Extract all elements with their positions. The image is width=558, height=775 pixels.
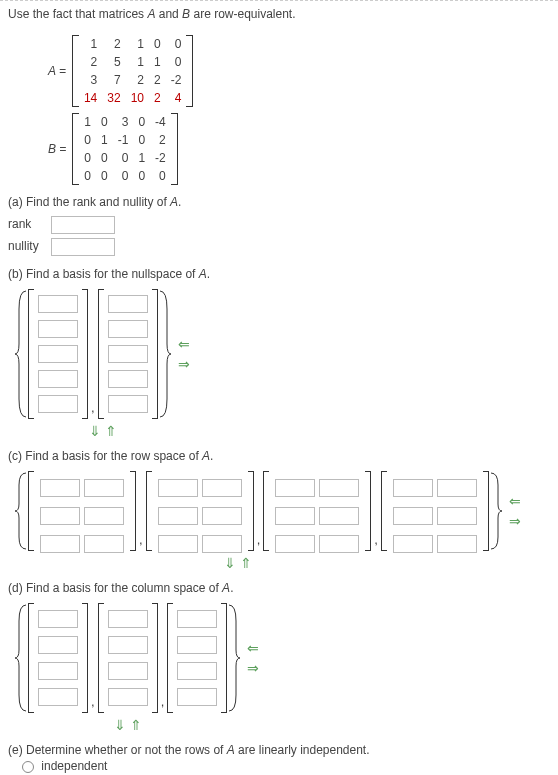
rowspace-vector-1 — [28, 471, 136, 551]
col-arrows-icon[interactable]: ⇐⇒ — [172, 289, 190, 419]
cs-v1-c2[interactable] — [38, 636, 78, 654]
rs-v2-c5[interactable] — [158, 535, 198, 553]
part-b: (b) Find a basis for the nullspace of A.… — [8, 267, 550, 439]
cs-v2-c3[interactable] — [108, 662, 148, 680]
rowspace-vector-3 — [263, 471, 371, 551]
brace-left-icon — [14, 603, 28, 713]
ns-v2-c4[interactable] — [108, 370, 148, 388]
rs-v2-c2[interactable] — [202, 479, 242, 497]
ns-v2-c3[interactable] — [108, 345, 148, 363]
rs-v1-c2[interactable] — [84, 479, 124, 497]
row-arrows-icon[interactable]: ⇓ ⇑ — [8, 423, 198, 439]
colspace-vector-2 — [98, 603, 158, 713]
rs-v4-c4[interactable] — [437, 507, 477, 525]
cs-v2-c2[interactable] — [108, 636, 148, 654]
rs-v3-c6[interactable] — [319, 535, 359, 553]
ns-v1-c4[interactable] — [38, 370, 78, 388]
ns-v1-c3[interactable] — [38, 345, 78, 363]
rs-v2-c4[interactable] — [202, 507, 242, 525]
rs-v4-c1[interactable] — [393, 479, 433, 497]
cs-v3-c2[interactable] — [177, 636, 217, 654]
rs-v4-c2[interactable] — [437, 479, 477, 497]
cs-v2-c4[interactable] — [108, 688, 148, 706]
brace-right-icon — [489, 471, 503, 551]
nullity-label: nullity — [8, 235, 48, 257]
brace-left-icon — [14, 471, 28, 551]
rs-v1-c3[interactable] — [40, 507, 80, 525]
independent-label: independent — [41, 759, 107, 773]
cs-v1-c3[interactable] — [38, 662, 78, 680]
rs-v3-c2[interactable] — [319, 479, 359, 497]
rank-label: rank — [8, 213, 48, 235]
cs-v3-c3[interactable] — [177, 662, 217, 680]
ns-v2-c1[interactable] — [108, 295, 148, 313]
brace-right-icon — [227, 603, 241, 713]
rs-v3-c5[interactable] — [275, 535, 315, 553]
ns-v2-c2[interactable] — [108, 320, 148, 338]
cs-v3-c4[interactable] — [177, 688, 217, 706]
matrix-B: B = 1030-4 01-102 0001-2 00000 — [48, 113, 550, 185]
col-arrows-icon[interactable]: ⇐⇒ — [503, 471, 521, 551]
rs-v1-c4[interactable] — [84, 507, 124, 525]
nullity-input[interactable] — [51, 238, 115, 256]
row-arrows-icon[interactable]: ⇓ ⇑ — [8, 717, 248, 733]
ns-v1-c5[interactable] — [38, 395, 78, 413]
brace-right-icon — [158, 289, 172, 419]
rs-v3-c4[interactable] — [319, 507, 359, 525]
col-arrows-icon[interactable]: ⇐⇒ — [241, 603, 259, 713]
part-c: (c) Find a basis for the row space of A.… — [8, 449, 550, 571]
nullspace-vector-2 — [98, 289, 158, 419]
cs-v2-c1[interactable] — [108, 610, 148, 628]
ns-v1-c1[interactable] — [38, 295, 78, 313]
rs-v1-c6[interactable] — [84, 535, 124, 553]
rs-v2-c6[interactable] — [202, 535, 242, 553]
rs-v3-c1[interactable] — [275, 479, 315, 497]
ns-v1-c2[interactable] — [38, 320, 78, 338]
rs-v1-c1[interactable] — [40, 479, 80, 497]
nullspace-vector-1 — [28, 289, 88, 419]
ns-v2-c5[interactable] — [108, 395, 148, 413]
cs-v1-c4[interactable] — [38, 688, 78, 706]
brace-left-icon — [14, 289, 28, 419]
rs-v2-c3[interactable] — [158, 507, 198, 525]
rs-v4-c5[interactable] — [393, 535, 433, 553]
radio-independent[interactable] — [22, 761, 34, 773]
intro-text: Use the fact that matrices A and B are r… — [8, 7, 550, 21]
rs-v4-c6[interactable] — [437, 535, 477, 553]
cs-v1-c1[interactable] — [38, 610, 78, 628]
rs-v1-c5[interactable] — [40, 535, 80, 553]
colspace-vector-3 — [167, 603, 227, 713]
matrix-A: A = 12100 25110 3722-2 14321024 — [48, 35, 550, 107]
cs-v3-c1[interactable] — [177, 610, 217, 628]
part-d: (d) Find a basis for the column space of… — [8, 581, 550, 733]
rs-v4-c3[interactable] — [393, 507, 433, 525]
rowspace-vector-4 — [381, 471, 489, 551]
rank-input[interactable] — [51, 216, 115, 234]
colspace-vector-1 — [28, 603, 88, 713]
rs-v3-c3[interactable] — [275, 507, 315, 525]
rowspace-vector-2 — [146, 471, 254, 551]
rs-v2-c1[interactable] — [158, 479, 198, 497]
part-a: (a) Find the rank and nullity of A. rank… — [8, 195, 550, 257]
part-e: (e) Determine whether or not the rows of… — [8, 743, 550, 775]
